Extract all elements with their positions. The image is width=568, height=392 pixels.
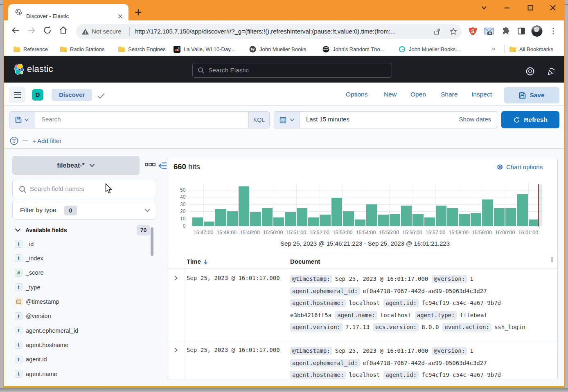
field-item[interactable]: t_id xyxy=(15,239,150,249)
url-bar[interactable]: Not secure http://172.105.7.150/app/disc… xyxy=(76,24,462,39)
collapse-sidebar-icon[interactable] xyxy=(158,162,167,170)
window-minimize-button[interactable] xyxy=(503,4,511,12)
field-item[interactable]: #_score xyxy=(15,267,150,278)
window-close-button[interactable] xyxy=(549,4,557,12)
field-item[interactable]: t_type xyxy=(15,282,150,293)
side-panel-icon[interactable] xyxy=(517,27,526,36)
histogram-bar[interactable] xyxy=(262,208,273,226)
histogram-bar[interactable] xyxy=(366,204,377,226)
table-scrollbar-thumb[interactable] xyxy=(551,257,553,262)
saved-query-menu-button[interactable] xyxy=(9,112,35,128)
nav-link-new[interactable]: New xyxy=(384,91,397,98)
space-badge[interactable]: D xyxy=(32,89,43,101)
histogram-bar[interactable] xyxy=(343,211,354,226)
browser-tab[interactable]: Discover - Elastic xyxy=(8,4,128,20)
back-button[interactable] xyxy=(11,25,20,35)
elastic-search-box[interactable]: Search Elastic xyxy=(192,63,392,78)
help-life-ring-icon[interactable] xyxy=(525,67,535,76)
row-time-cell[interactable]: Sep 25, 2023 @ 16:01:17.000 xyxy=(187,275,280,281)
bookmark-item[interactable]: John's Random Tho... xyxy=(322,45,385,53)
not-secure-warning-icon[interactable] xyxy=(81,28,89,36)
field-item[interactable]: t_index xyxy=(15,253,150,264)
add-filter-button[interactable]: + Add filter xyxy=(32,137,61,144)
news-party-popper-icon[interactable] xyxy=(546,66,557,76)
bookmark-item[interactable]: WJohn Mueller Books xyxy=(249,45,306,53)
bookmark-item[interactable]: John Mueller Books... xyxy=(399,45,460,53)
histogram-bar[interactable] xyxy=(459,214,470,226)
row-time-cell[interactable]: Sep 25, 2023 @ 16:01:17.000 xyxy=(187,347,280,353)
histogram-chart[interactable]: 0102030405015:47:0015:48:0015:49:0015:50… xyxy=(167,158,558,252)
nav-link-share[interactable]: Share xyxy=(441,91,458,98)
histogram-bar[interactable] xyxy=(412,214,423,226)
elastic-brand[interactable]: elastic xyxy=(27,64,53,74)
histogram-bar[interactable] xyxy=(390,214,400,226)
histogram-bar[interactable] xyxy=(355,220,365,226)
histogram-bar[interactable] xyxy=(192,217,203,226)
boxes-horizontal-icon[interactable] xyxy=(145,163,156,168)
filter-by-type-dropdown[interactable]: Filter by type 0 xyxy=(12,201,156,220)
filter-circle-icon[interactable] xyxy=(10,137,18,145)
nav-link-open[interactable]: Open xyxy=(410,91,426,98)
time-range-value[interactable]: Last 15 minutes xyxy=(306,116,349,123)
url-text[interactable]: http://172.105.7.150/app/discover#/?_g=(… xyxy=(135,28,430,35)
field-item[interactable]: tagent.id xyxy=(15,354,150,365)
field-item[interactable]: @timestamp xyxy=(15,296,150,307)
row-expand-button[interactable] xyxy=(173,347,178,353)
query-language-button[interactable]: KQL xyxy=(248,112,269,128)
bookmark-star-icon[interactable] xyxy=(449,27,458,36)
histogram-bar[interactable] xyxy=(482,199,493,226)
histogram-bar[interactable] xyxy=(436,206,446,226)
bookmark-item[interactable]: Radio Stations xyxy=(60,45,105,53)
field-item[interactable]: tagent.ephemeral_id xyxy=(15,325,150,336)
window-maximize-button[interactable] xyxy=(526,4,534,12)
save-button[interactable]: Save xyxy=(504,87,559,103)
show-dates-button[interactable]: Show dates xyxy=(459,116,491,123)
row-expand-button[interactable] xyxy=(173,276,178,281)
histogram-bar[interactable] xyxy=(378,215,388,226)
table-header-document[interactable]: Document xyxy=(290,258,320,265)
histogram-bar[interactable] xyxy=(471,213,481,226)
refresh-button[interactable]: Refresh xyxy=(501,111,559,128)
breadcrumb-discover[interactable]: Discover xyxy=(52,89,92,101)
bookmark-item[interactable]: wuLa Valle, WI 10-Day... xyxy=(174,45,235,53)
tab-close-icon[interactable] xyxy=(117,13,124,20)
new-tab-button[interactable] xyxy=(134,8,142,16)
share-icon[interactable] xyxy=(433,28,441,36)
nav-link-inspect[interactable]: Inspect xyxy=(471,91,492,98)
field-item[interactable]: t@version xyxy=(15,311,150,321)
histogram-bar[interactable] xyxy=(517,194,527,226)
available-fields-chevron-icon[interactable] xyxy=(15,228,21,232)
extension-shield-icon[interactable]: S xyxy=(468,27,478,36)
histogram-bar[interactable] xyxy=(250,212,261,226)
index-pattern-switcher[interactable]: filebeat-* xyxy=(12,156,140,175)
histogram-bar[interactable] xyxy=(297,208,307,226)
histogram-bar[interactable] xyxy=(285,212,295,226)
breadcrumb-check-icon[interactable] xyxy=(97,93,105,99)
table-header-time[interactable]: Time xyxy=(187,258,208,265)
histogram-bar[interactable] xyxy=(239,186,249,226)
all-bookmarks-button[interactable]: All Bookmarks xyxy=(509,45,553,53)
histogram-bar[interactable] xyxy=(505,208,516,226)
histogram-bar[interactable] xyxy=(424,217,435,226)
profile-avatar[interactable] xyxy=(531,25,543,37)
histogram-bar[interactable] xyxy=(308,217,319,226)
histogram-bar[interactable] xyxy=(401,206,412,226)
window-menu-chevron-icon[interactable] xyxy=(480,4,488,12)
histogram-bar[interactable] xyxy=(227,211,238,226)
histogram-bar[interactable] xyxy=(320,215,330,226)
bookmarks-overflow-chevrons[interactable]: » xyxy=(492,45,496,52)
bookmark-item[interactable]: Search Engines xyxy=(118,45,166,53)
nav-link-options[interactable]: Options xyxy=(346,91,367,98)
elastic-logo[interactable] xyxy=(12,63,26,76)
date-picker-calendar-button[interactable] xyxy=(274,112,300,128)
field-search-input[interactable]: Search field names xyxy=(12,180,156,198)
forward-button[interactable] xyxy=(27,25,36,35)
query-input[interactable]: Search KQL xyxy=(9,111,270,128)
histogram-bar[interactable] xyxy=(447,208,458,226)
field-item[interactable]: tagent.name xyxy=(15,369,150,379)
histogram-bar[interactable] xyxy=(204,222,214,226)
field-item[interactable]: tagent.hostname xyxy=(15,340,150,350)
bookmark-item[interactable]: Reference xyxy=(13,45,48,53)
histogram-bar[interactable] xyxy=(331,198,342,226)
histogram-bar[interactable] xyxy=(273,217,284,226)
